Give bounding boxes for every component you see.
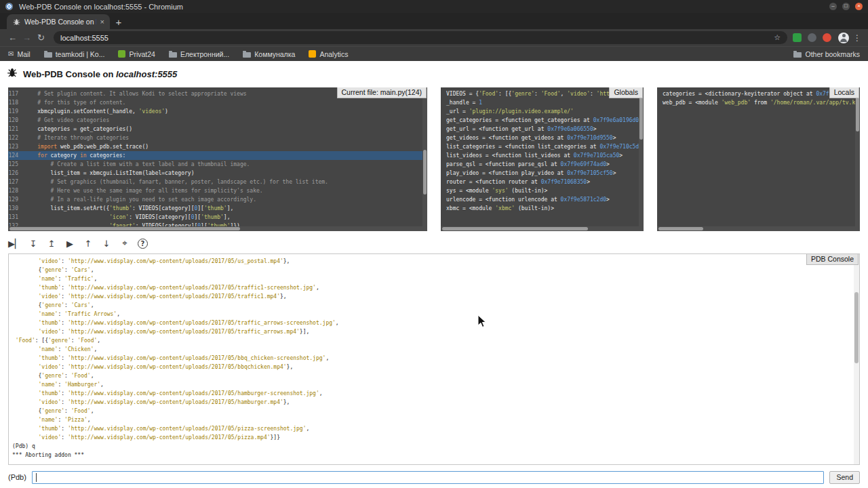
bookmark-label: teamkodi | Ko... — [56, 50, 105, 58]
globals-vertical-scrollbar[interactable] — [639, 87, 644, 226]
forward-icon[interactable]: → — [20, 33, 34, 43]
code-line-119: 119 xbmcplugin.setContent(_handle, 'vide… — [8, 107, 422, 116]
console-line: 'video': 'http://www.vidsplay.com/wp-con… — [12, 433, 853, 442]
variable-line: get_categories = <function get_categorie… — [446, 116, 639, 125]
other-bookmarks[interactable]: Other bookmarks — [793, 50, 860, 58]
globals-horizontal-scrollbar[interactable] — [441, 226, 644, 231]
continue-button[interactable]: ▶ — [63, 237, 77, 250]
bookmark-item-3[interactable]: Електронний... — [169, 50, 229, 58]
tab-title: Web-PDB Console on loca — [24, 18, 96, 26]
bookmark-star-icon[interactable]: ☆ — [774, 33, 781, 42]
maximize-button[interactable]: □ — [842, 3, 850, 10]
bookmark-item-1[interactable]: teamkodi | Ko... — [44, 50, 105, 58]
console-line: *** Aborting addon *** — [12, 451, 853, 460]
scrollbar-thumb[interactable] — [854, 292, 859, 363]
bookmark-label: Mail — [17, 50, 30, 58]
current-file-label: Current file: main.py(124) — [337, 87, 427, 98]
extension-icon-gray[interactable] — [808, 33, 816, 42]
console-line: 'video': 'http://www.vidsplay.com/wp-con… — [12, 292, 853, 301]
console-line: {'genre': 'Cars', — [12, 266, 853, 274]
return-button[interactable]: ↥ — [45, 237, 58, 250]
chromium-icon — [5, 3, 13, 10]
other-bookmarks-label: Other bookmarks — [805, 50, 860, 58]
console-line: 'name': 'Traffic', — [12, 274, 853, 283]
variable-line: categories = <dictionary-keyiterator obj… — [663, 89, 855, 98]
debugger-panels: Current file: main.py(124) 117 # Set plu… — [8, 87, 860, 231]
console-line: 'video': 'http://www.vidsplay.com/wp-con… — [12, 363, 853, 371]
step-button[interactable]: ↧ — [26, 237, 40, 250]
pdb-console-panel: PDB Console 'video': 'http://www.vidspla… — [8, 253, 860, 465]
code-line-123: 123 import web_pdb;web_pdb.set_trace() — [8, 142, 422, 151]
tab-close-icon[interactable]: × — [100, 18, 104, 26]
variable-line: router = <function router at 0x7f9e71068… — [446, 178, 639, 186]
address-text: localhost:5555 — [60, 34, 774, 42]
scrollbar-thumb[interactable] — [442, 227, 588, 230]
profile-avatar[interactable] — [838, 33, 849, 43]
console-line: {'genre': 'Food', — [12, 371, 853, 380]
console-line: {'genre': 'Food', — [12, 407, 853, 415]
locals-horizontal-scrollbar[interactable] — [657, 226, 860, 231]
bookmark-item-0[interactable]: ✉Mail — [8, 50, 31, 58]
locals-label: Locals — [829, 87, 859, 98]
locals-lines: categories = <dictionary-keyiterator obj… — [657, 87, 855, 226]
up-button[interactable]: ↑ — [81, 237, 95, 250]
address-bar[interactable]: localhost:5555 ☆ — [54, 31, 787, 44]
globals-lines: VIDEOS = {'Food': [{'genre': 'Food', 'vi… — [441, 87, 639, 226]
window-controls: – □ × — [829, 3, 863, 10]
bookmark-label: Електронний... — [180, 50, 229, 58]
console-vertical-scrollbar[interactable] — [854, 254, 859, 464]
bookmark-label: Коммуналка — [254, 50, 295, 58]
variable-line: list_videos = <function list_videos at 0… — [446, 151, 639, 160]
console-line: 'name': 'Traffic Arrows', — [12, 310, 853, 319]
favicon-icon — [118, 50, 125, 58]
globals-label: Globals — [609, 87, 643, 98]
minimize-button[interactable]: – — [829, 3, 837, 10]
extension-icon-green[interactable] — [793, 33, 802, 42]
variable-line: get_videos = <function get_videos at 0x7… — [446, 134, 639, 142]
next-button[interactable]: ▶▏ — [8, 237, 22, 250]
code-vertical-scrollbar[interactable] — [422, 87, 427, 226]
bookmark-item-4[interactable]: Коммуналка — [243, 50, 295, 58]
code-line-132: 132 'fanart': VIDEOS[category][0]['thumb… — [8, 222, 422, 226]
code-line-130: 130 list_item.setArt({'thumb': VIDEOS[ca… — [8, 204, 422, 213]
text-caret — [36, 473, 37, 482]
console-lines: 'video': 'http://www.vidsplay.com/wp-con… — [9, 254, 853, 464]
bookmark-item-2[interactable]: Privat24 — [118, 50, 155, 58]
down-button[interactable]: ↓ — [100, 237, 113, 250]
code-line-118: 118 # for this type of content. — [8, 98, 422, 107]
console-line: 'thumb': 'http://www.vidsplay.com/wp-con… — [12, 283, 853, 292]
bookmarks-bar: ✉Mailteamkodi | Ko...Privat24Електронний… — [0, 46, 868, 61]
page-header: Web-PDB Console on localhost:5555 — [0, 61, 868, 83]
variable-line: _handle = 1 — [446, 98, 639, 107]
code-line-122: 122 # Iterate through categories — [8, 134, 422, 142]
scrollbar-thumb[interactable] — [423, 150, 427, 195]
console-line: 'video': 'http://www.vidsplay.com/wp-con… — [12, 257, 853, 266]
locals-vertical-scrollbar[interactable] — [855, 87, 860, 226]
console-line: 'Food': [{'genre': 'Food', — [12, 336, 853, 345]
reload-icon[interactable]: ↻ — [34, 33, 48, 43]
close-button[interactable]: × — [855, 3, 863, 10]
extension-icon-red[interactable] — [823, 33, 831, 42]
code-line-129: 129 # In a real-life plugin you need to … — [8, 195, 422, 204]
favicon-icon — [309, 50, 316, 58]
code-line-125: 125 # Create a list item with a text lab… — [8, 160, 422, 169]
bookmark-item-5[interactable]: Analytics — [309, 50, 348, 58]
send-button[interactable]: Send — [829, 471, 860, 484]
new-tab-button[interactable]: + — [110, 14, 127, 29]
tab-strip: Web-PDB Console on loca × + — [0, 13, 868, 29]
pdb-command-input[interactable] — [32, 471, 825, 484]
code-horizontal-scrollbar[interactable] — [8, 226, 427, 231]
prompt-input-wrap — [32, 471, 825, 484]
scrollbar-thumb[interactable] — [9, 227, 240, 230]
console-line: {'genre': 'Cars', — [12, 301, 853, 310]
console-line: 'name': 'Hamburger', — [12, 380, 853, 389]
scrollbar-thumb[interactable] — [658, 227, 703, 230]
back-icon[interactable]: ← — [5, 33, 20, 43]
code-line-127: 127 # Set graphics (thumbnail, fanart, b… — [8, 178, 422, 186]
where-button[interactable]: ⌖ — [118, 237, 132, 250]
browser-tab[interactable]: Web-PDB Console on loca × — [7, 14, 110, 29]
browser-menu-icon[interactable]: ⋮ — [852, 33, 863, 43]
variable-line: sys = <module 'sys' (built-in)> — [446, 186, 639, 195]
folder-icon — [243, 52, 251, 58]
help-button[interactable]: ? — [138, 239, 148, 249]
